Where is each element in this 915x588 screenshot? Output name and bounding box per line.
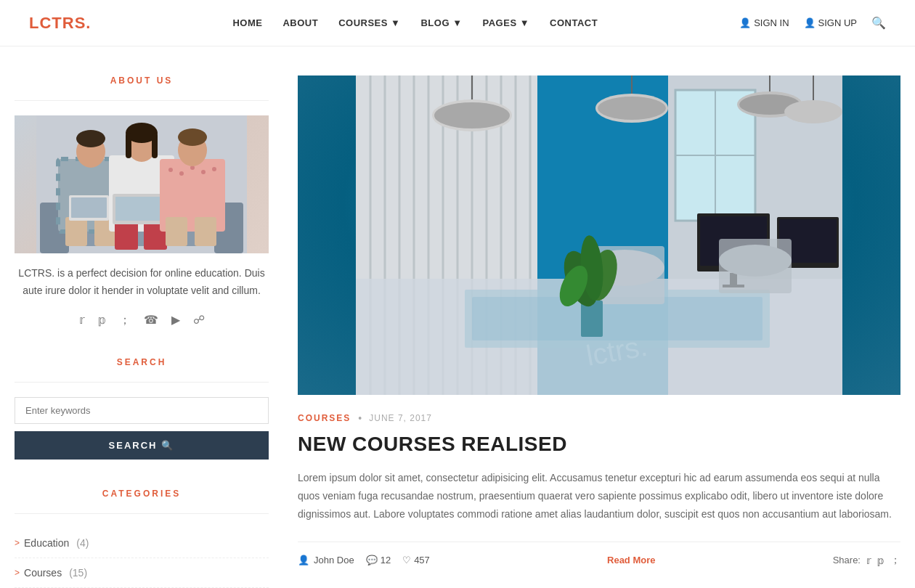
svg-point-23 bbox=[179, 171, 184, 176]
site-header: LCTRS. HOME ABOUT COURSES ▼ BLOG ▼ PAGES… bbox=[0, 0, 915, 46]
svg-rect-17 bbox=[126, 133, 131, 158]
about-section: ABOUT US bbox=[15, 75, 269, 328]
category-count-2: (15) bbox=[69, 567, 87, 579]
heart-icon: ♡ bbox=[402, 555, 411, 565]
category-item-education[interactable]: > Education (4) bbox=[15, 528, 269, 558]
svg-point-71 bbox=[434, 102, 510, 128]
post-excerpt: Lorem ipsum dolor sit amet, consectetur … bbox=[298, 469, 900, 524]
post-likes: ♡ 457 bbox=[402, 555, 430, 565]
nav-right: 👤 SIGN IN 👤 SIGN UP 🔍 bbox=[739, 16, 886, 30]
category-count: (4) bbox=[76, 537, 89, 549]
share-google-plus-icon[interactable]: ； bbox=[890, 554, 900, 567]
post-title: NEW COURSES REALISED bbox=[298, 433, 900, 456]
svg-rect-20 bbox=[115, 197, 164, 221]
svg-point-26 bbox=[212, 167, 216, 171]
instagram-icon[interactable]: ☎ bbox=[144, 313, 158, 328]
svg-point-79 bbox=[784, 100, 842, 123]
category-label: Education bbox=[24, 537, 69, 549]
comment-icon: 💬 bbox=[366, 555, 378, 565]
post-author: 👤 John Doe bbox=[298, 555, 354, 565]
svg-rect-18 bbox=[152, 133, 158, 158]
share-twitter-icon[interactable]: 𝕣 bbox=[866, 555, 871, 566]
nav-about[interactable]: ABOUT bbox=[282, 17, 318, 28]
search-divider bbox=[15, 382, 269, 383]
category-item-courses[interactable]: > Courses (15) bbox=[15, 558, 269, 588]
social-icons: 𝕣 𝕡 ； ☎ ▶ ☍ bbox=[15, 313, 269, 328]
svg-rect-11 bbox=[71, 197, 107, 218]
svg-rect-27 bbox=[166, 217, 187, 246]
nav-courses[interactable]: COURSES ▼ bbox=[338, 17, 400, 28]
sidebar: ABOUT US bbox=[15, 75, 269, 588]
logo[interactable]: LCTRS. bbox=[29, 14, 91, 33]
search-input[interactable] bbox=[15, 397, 269, 424]
svg-rect-63 bbox=[719, 239, 792, 293]
search-section-title: SEARCH bbox=[15, 357, 269, 367]
category-label-2: Courses bbox=[24, 567, 62, 579]
youtube-icon[interactable]: ▶ bbox=[171, 313, 180, 328]
about-section-title: ABOUT US bbox=[15, 75, 269, 86]
signin-link[interactable]: 👤 SIGN IN bbox=[739, 17, 789, 28]
categories-section: CATEGORIES > Education (4) > Courses (15… bbox=[15, 489, 269, 588]
svg-rect-6 bbox=[65, 217, 87, 246]
facebook-icon[interactable]: 𝕡 bbox=[98, 313, 106, 328]
svg-rect-64 bbox=[581, 301, 603, 337]
about-image bbox=[15, 115, 269, 253]
main-content: lctrs. COURSES • JUNE 7, 2017 NEW COURSE… bbox=[298, 75, 900, 588]
nav-blog[interactable]: BLOG ▼ bbox=[420, 17, 462, 28]
svg-point-9 bbox=[76, 130, 105, 147]
share-facebook-icon[interactable]: 𝕡 bbox=[877, 555, 884, 566]
post-author-info: 👤 John Doe 💬 12 ♡ 457 bbox=[298, 555, 430, 565]
signup-link[interactable]: 👤 SIGN UP bbox=[804, 17, 857, 28]
chevron-right-icon: > bbox=[15, 538, 20, 548]
svg-point-74 bbox=[598, 97, 666, 120]
post-footer: 👤 John Doe 💬 12 ♡ 457 Read More Share: 𝕣… bbox=[298, 542, 900, 567]
read-more-link[interactable]: Read More bbox=[607, 555, 655, 565]
svg-rect-28 bbox=[195, 217, 216, 246]
svg-point-25 bbox=[201, 170, 206, 174]
about-image-svg bbox=[15, 115, 269, 253]
header-search-button[interactable]: 🔍 bbox=[871, 16, 886, 30]
nav-home[interactable]: HOME bbox=[232, 17, 262, 28]
svg-point-22 bbox=[168, 168, 173, 172]
search-icon: 🔍 bbox=[161, 440, 174, 451]
post-category-link[interactable]: COURSES bbox=[298, 413, 351, 423]
nav-pages[interactable]: PAGES ▼ bbox=[483, 17, 530, 28]
post-featured-image: lctrs. bbox=[298, 75, 900, 395]
about-description: LCTRS. is a perfect decision for online … bbox=[15, 265, 269, 300]
twitter-icon[interactable]: 𝕣 bbox=[79, 313, 85, 328]
rss-icon[interactable]: ☍ bbox=[193, 313, 205, 328]
share-section: Share: 𝕣 𝕡 ； bbox=[833, 554, 900, 567]
meta-separator: • bbox=[358, 412, 362, 424]
search-section: SEARCH SEARCH 🔍 bbox=[15, 357, 269, 460]
post-date: JUNE 7, 2017 bbox=[369, 413, 432, 423]
user-icon: 👤 bbox=[298, 555, 309, 565]
post-meta: COURSES • JUNE 7, 2017 bbox=[298, 412, 900, 424]
nav-contact[interactable]: CONTACT bbox=[550, 17, 598, 28]
google-plus-icon[interactable]: ； bbox=[119, 313, 131, 328]
svg-point-30 bbox=[178, 128, 207, 146]
search-button[interactable]: SEARCH 🔍 bbox=[15, 431, 269, 460]
share-label: Share: bbox=[833, 555, 861, 565]
page-container: ABOUT US bbox=[0, 46, 915, 588]
categories-section-title: CATEGORIES bbox=[15, 489, 269, 499]
post-image-svg: lctrs. bbox=[298, 75, 900, 395]
about-divider bbox=[15, 100, 269, 101]
chevron-right-icon-2: > bbox=[15, 568, 20, 578]
categories-divider bbox=[15, 513, 269, 514]
main-nav: HOME ABOUT COURSES ▼ BLOG ▼ PAGES ▼ CONT… bbox=[232, 17, 598, 28]
post-comments: 💬 12 bbox=[366, 555, 391, 565]
